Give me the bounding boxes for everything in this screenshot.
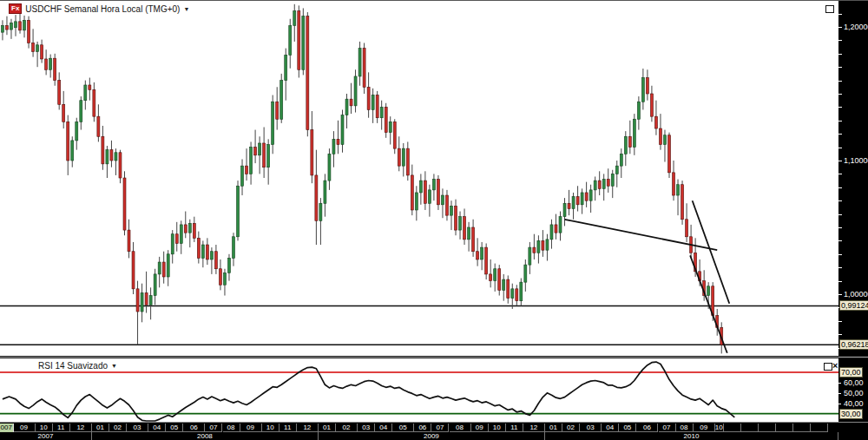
panel-divider[interactable] bbox=[0, 356, 868, 358]
price-tick bbox=[838, 321, 842, 322]
trend-line[interactable] bbox=[565, 220, 718, 250]
candle-up bbox=[1, 25, 3, 32]
candle-up bbox=[620, 154, 622, 166]
candle-down bbox=[673, 173, 675, 195]
chart-title: USDCHF Semanal Hora Local (TMG+0) bbox=[25, 4, 180, 14]
month-cell: 07 bbox=[205, 424, 222, 432]
candle-up bbox=[10, 23, 12, 30]
candle-up bbox=[432, 180, 435, 190]
candle-up bbox=[328, 154, 331, 181]
candle-up bbox=[529, 247, 531, 265]
candle-up bbox=[624, 136, 627, 154]
price-tick bbox=[838, 54, 842, 55]
rsi-close-icon[interactable]: × bbox=[832, 362, 838, 370]
price-tick bbox=[838, 40, 842, 41]
price-tick bbox=[838, 267, 842, 268]
rsi-indicator-label: RSI 14 Suavizado bbox=[38, 361, 108, 371]
candle-down bbox=[162, 262, 165, 277]
month-cell: 10 bbox=[489, 424, 506, 432]
price-axis[interactable]: 1,200001,100001,000000,991240,9621860,00… bbox=[838, 1, 868, 422]
candle-up bbox=[419, 181, 422, 193]
month-cell: 11 bbox=[506, 424, 523, 432]
chevron-down-icon[interactable]: ▼ bbox=[111, 363, 117, 369]
candle-up bbox=[141, 292, 143, 312]
year-cell: 2009 bbox=[319, 432, 545, 440]
month-cell: 02 bbox=[336, 424, 358, 432]
candle-up bbox=[15, 22, 17, 28]
rsi-tick-label: 40,00 bbox=[844, 400, 864, 408]
candle-down bbox=[54, 58, 56, 80]
candle-up bbox=[241, 166, 244, 186]
candle-up bbox=[280, 81, 283, 120]
candle-up bbox=[707, 286, 710, 296]
month-cell: 05 bbox=[619, 424, 636, 432]
candle-up bbox=[441, 195, 444, 205]
candle-up bbox=[293, 11, 296, 26]
candle-down bbox=[406, 148, 409, 175]
price-tick bbox=[838, 294, 842, 295]
candle-down bbox=[598, 181, 601, 188]
trend-line[interactable] bbox=[693, 200, 730, 304]
candle-up bbox=[589, 190, 592, 200]
candle-up bbox=[36, 45, 39, 52]
chart-canvas[interactable] bbox=[0, 1, 838, 422]
candle-down bbox=[472, 227, 475, 252]
candle-down bbox=[568, 203, 570, 208]
candle-up bbox=[319, 203, 322, 220]
candle-down bbox=[668, 135, 671, 173]
candle-down bbox=[89, 85, 91, 89]
candle-up bbox=[272, 102, 274, 144]
candle-down bbox=[110, 150, 113, 161]
price-tick bbox=[838, 227, 842, 228]
candle-down bbox=[119, 153, 122, 178]
candle-down bbox=[607, 180, 609, 187]
price-tick bbox=[838, 187, 842, 188]
chevron-down-icon[interactable]: ▼ bbox=[183, 6, 189, 12]
candle-up bbox=[428, 190, 431, 203]
candle-down bbox=[376, 95, 378, 118]
candle-down bbox=[681, 185, 684, 220]
candle-up bbox=[468, 227, 470, 240]
month-cell: 06 bbox=[183, 424, 205, 432]
candle-down bbox=[123, 178, 126, 230]
candle-down bbox=[490, 274, 492, 281]
candle-down bbox=[424, 181, 426, 203]
month-cell: 03 bbox=[127, 424, 148, 432]
candle-up bbox=[201, 245, 204, 258]
rsi-maximize-icon[interactable] bbox=[824, 363, 832, 371]
trend-line[interactable] bbox=[690, 255, 727, 352]
candle-down bbox=[175, 234, 178, 244]
year-cell: 2010 bbox=[545, 432, 838, 440]
candle-down bbox=[128, 230, 130, 252]
candle-up bbox=[237, 186, 240, 237]
month-cell: 12 bbox=[70, 424, 92, 432]
candle-up bbox=[80, 101, 82, 122]
candle-up bbox=[602, 180, 605, 189]
candle-up bbox=[324, 181, 326, 203]
candlestick-chart[interactable] bbox=[0, 1, 838, 422]
candle-down bbox=[41, 45, 43, 59]
month-cell: 10 bbox=[36, 424, 53, 432]
month-cell: 11 bbox=[279, 424, 297, 432]
candle-down bbox=[311, 130, 313, 175]
candle-down bbox=[62, 104, 65, 121]
candle-up bbox=[115, 153, 117, 161]
candle-up bbox=[633, 119, 635, 147]
maximize-icon[interactable] bbox=[825, 5, 834, 13]
candle-up bbox=[637, 102, 640, 119]
rsi-panel-header: RSI 14 Suavizado ▼ bbox=[38, 361, 117, 371]
candle-up bbox=[581, 193, 583, 205]
candle-up bbox=[354, 76, 357, 106]
candle-up bbox=[494, 269, 496, 281]
rsi-curve bbox=[3, 362, 734, 421]
candle-up bbox=[188, 223, 191, 233]
candle-down bbox=[507, 279, 510, 299]
candle-up bbox=[227, 258, 230, 273]
candle-up bbox=[76, 121, 78, 141]
candle-up bbox=[171, 234, 174, 254]
month-cell: 05 bbox=[166, 424, 183, 432]
candle-up bbox=[259, 143, 261, 155]
price-tick bbox=[838, 334, 842, 335]
time-axis[interactable]: 0070910111201020304050607080910111201020… bbox=[0, 422, 868, 440]
candle-up bbox=[106, 150, 108, 164]
